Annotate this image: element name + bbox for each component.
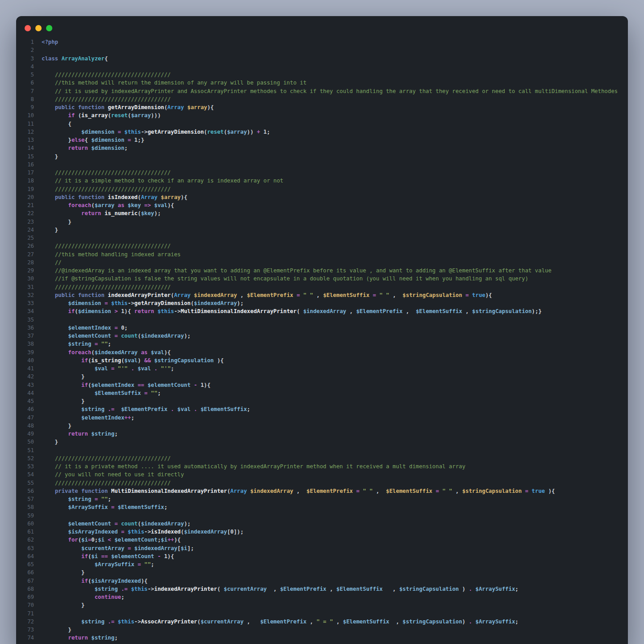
line-number: 25 xyxy=(16,234,34,242)
code-line: 3class ArrayAnalyzer{ xyxy=(16,55,628,63)
code-line: 19 /////////////////////////////////// xyxy=(16,185,628,193)
minimize-button[interactable] xyxy=(35,25,42,31)
code-line: 13 }else{ $dimension = 1;} xyxy=(16,136,628,144)
code-text: <?php xyxy=(42,39,58,45)
code-line: 12 $dimension = $this->getArrayDimension… xyxy=(16,128,628,136)
code-text: $elementCount = count($indexedArray); xyxy=(42,521,191,527)
code-line: 64 if($i == $elementCount - 1){ xyxy=(16,552,628,560)
code-line: 1<?php xyxy=(16,38,628,46)
line-number: 43 xyxy=(16,381,34,389)
code-text: } xyxy=(42,227,58,233)
line-number: 5 xyxy=(16,71,34,79)
code-text: continue; xyxy=(42,594,124,600)
line-number: 26 xyxy=(16,242,34,250)
code-line: 24 } xyxy=(16,226,628,234)
line-number: 40 xyxy=(16,356,34,364)
line-number: 49 xyxy=(16,430,34,438)
code-line: 28 // xyxy=(16,258,628,267)
code-line: 50 } xyxy=(16,438,628,446)
line-number: 36 xyxy=(16,324,34,332)
line-number: 30 xyxy=(16,275,34,283)
code-line: 5 /////////////////////////////////// xyxy=(16,71,628,79)
code-line: 69 continue; xyxy=(16,593,628,601)
line-number: 12 xyxy=(16,128,34,136)
code-text: foreach($indexedArray as $val){ xyxy=(42,349,171,356)
line-number: 23 xyxy=(16,218,34,226)
line-number: 10 xyxy=(16,111,34,119)
code-line: 54 // you will not need to use it direct… xyxy=(16,470,628,479)
line-number: 54 xyxy=(16,470,34,479)
line-number: 46 xyxy=(16,405,34,413)
code-line: 62 for($i=0;$i < $elementCount;$i++){ xyxy=(16,536,628,544)
maximize-button[interactable] xyxy=(46,25,52,31)
code-text: /////////////////////////////////// xyxy=(42,284,171,290)
line-number: 48 xyxy=(16,422,34,430)
code-text: //if @stringCapsulation is false the str… xyxy=(42,275,528,282)
code-line: 73 } xyxy=(16,626,628,634)
line-number: 21 xyxy=(16,201,34,209)
code-text: $dimension = $this->getArrayDimension(re… xyxy=(42,129,270,135)
close-button[interactable] xyxy=(25,25,31,31)
code-line: 27 //this method handling indexed arraie… xyxy=(16,250,628,258)
code-text: // you will not need to use it directly xyxy=(42,471,184,478)
code-line: 59 xyxy=(16,512,628,520)
code-text: // it is used by indexedArrayPrinter and… xyxy=(42,88,618,94)
code-line: 29 //@indexedArray is an indexed array t… xyxy=(16,267,628,275)
line-number: 71 xyxy=(16,610,34,618)
code-line: 55 /////////////////////////////////// xyxy=(16,479,628,487)
code-line: 9 public function getArrayDimension(Arra… xyxy=(16,103,628,111)
code-text: class ArrayAnalyzer{ xyxy=(42,55,108,62)
code-line: 30 //if @stringCapsulation is false the … xyxy=(16,275,628,283)
line-number: 55 xyxy=(16,479,34,487)
line-number: 41 xyxy=(16,364,34,373)
code-line: 33 $dimension = $this->getArrayDimension… xyxy=(16,299,628,307)
code-text: } xyxy=(42,373,85,380)
line-number: 31 xyxy=(16,283,34,291)
code-line: 47 $elementIndex++; xyxy=(16,414,628,422)
line-number: 33 xyxy=(16,299,34,307)
code-line: 40 if(is_string($val) && $stringCapsulat… xyxy=(16,356,628,364)
code-text: } xyxy=(42,569,85,576)
code-line: 35 xyxy=(16,316,628,324)
code-line: 52 /////////////////////////////////// xyxy=(16,454,628,462)
code-text: // xyxy=(42,259,61,266)
code-line: 53 // it is a private method .... it use… xyxy=(16,462,628,470)
code-line: 17 /////////////////////////////////// xyxy=(16,169,628,177)
line-number: 38 xyxy=(16,340,34,348)
code-line: 45 } xyxy=(16,397,628,405)
code-text: if($isArrayIndexed){ xyxy=(42,578,148,584)
code-line: 75 } xyxy=(16,642,628,644)
code-line: 70 } xyxy=(16,601,628,609)
code-line: 67 if($isArrayIndexed){ xyxy=(16,577,628,585)
code-line: 61 $isArrayIndexed = $this->isIndexed($i… xyxy=(16,528,628,536)
code-editor[interactable]: 1<?php23class ArrayAnalyzer{45 /////////… xyxy=(16,31,628,644)
code-text: if (is_array(reset($array))) xyxy=(42,112,161,119)
code-text: } xyxy=(42,602,85,608)
line-number: 52 xyxy=(16,454,34,462)
code-line: 38 $string = ""; xyxy=(16,340,628,348)
line-number: 68 xyxy=(16,585,34,593)
code-line: 58 $ArraySuffix = $ElementSuffix; xyxy=(16,503,628,511)
line-number: 16 xyxy=(16,161,34,169)
code-line: 20 public function isIndexed(Array $arra… xyxy=(16,193,628,201)
line-number: 61 xyxy=(16,528,34,536)
code-text: if(is_string($val) && $stringCapsulation… xyxy=(42,357,224,364)
code-line: 10 if (is_array(reset($array))) xyxy=(16,111,628,119)
code-line: 44 $ElementSuffix = ""; xyxy=(16,389,628,397)
code-text: //this method handling indexed arraies xyxy=(42,251,181,258)
line-number: 60 xyxy=(16,520,34,528)
code-line: 22 return is_numeric($key); xyxy=(16,209,628,217)
line-number: 47 xyxy=(16,414,34,422)
line-number: 35 xyxy=(16,316,34,324)
code-text: foreach($array as $key => $val){ xyxy=(42,202,174,208)
code-line: 48 } xyxy=(16,422,628,430)
line-number: 50 xyxy=(16,438,34,446)
line-number: 51 xyxy=(16,446,34,454)
line-number: 73 xyxy=(16,626,34,634)
code-text: $elementIndex = 0; xyxy=(42,325,128,331)
line-number: 66 xyxy=(16,568,34,576)
line-number: 64 xyxy=(16,552,34,560)
code-line: 39 foreach($indexedArray as $val){ xyxy=(16,348,628,356)
line-number: 75 xyxy=(16,642,34,644)
code-line: 36 $elementIndex = 0; xyxy=(16,324,628,332)
